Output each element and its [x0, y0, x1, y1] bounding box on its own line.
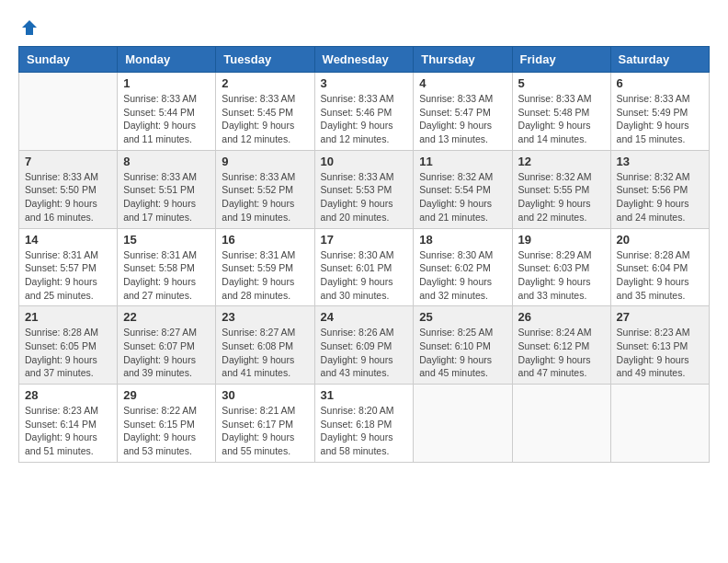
calendar-cell: 12Sunrise: 8:32 AM Sunset: 5:55 PM Dayli…: [512, 150, 610, 228]
day-info: Sunrise: 8:33 AM Sunset: 5:51 PM Dayligh…: [123, 170, 210, 224]
calendar-cell: 23Sunrise: 8:27 AM Sunset: 6:08 PM Dayli…: [216, 306, 314, 385]
weekday-monday: Monday: [118, 47, 216, 73]
calendar-cell: 11Sunrise: 8:32 AM Sunset: 5:54 PM Dayli…: [414, 150, 512, 228]
calendar-cell: 25Sunrise: 8:25 AM Sunset: 6:10 PM Dayli…: [414, 306, 512, 385]
day-number: 16: [222, 233, 308, 247]
day-number: 5: [518, 76, 605, 90]
day-number: 6: [617, 76, 703, 90]
calendar-cell: 9Sunrise: 8:33 AM Sunset: 5:52 PM Daylig…: [216, 150, 314, 228]
calendar-cell: 6Sunrise: 8:33 AM Sunset: 5:49 PM Daylig…: [610, 73, 709, 151]
day-number: 31: [321, 388, 408, 402]
day-info: Sunrise: 8:25 AM Sunset: 6:10 PM Dayligh…: [419, 326, 506, 380]
day-number: 9: [222, 155, 308, 168]
calendar-cell: 4Sunrise: 8:33 AM Sunset: 5:47 PM Daylig…: [414, 73, 512, 151]
day-number: 1: [123, 76, 210, 90]
day-number: 26: [518, 310, 605, 324]
day-number: 8: [123, 155, 210, 168]
day-info: Sunrise: 8:28 AM Sunset: 6:04 PM Dayligh…: [617, 248, 703, 303]
day-number: 27: [617, 310, 703, 324]
calendar-cell: 10Sunrise: 8:33 AM Sunset: 5:53 PM Dayli…: [314, 150, 414, 228]
calendar-cell: 20Sunrise: 8:28 AM Sunset: 6:04 PM Dayli…: [610, 228, 709, 306]
day-info: Sunrise: 8:24 AM Sunset: 6:12 PM Dayligh…: [518, 326, 605, 380]
calendar-cell: 21Sunrise: 8:28 AM Sunset: 6:05 PM Dayli…: [19, 306, 118, 385]
day-number: 12: [518, 155, 605, 168]
day-number: 4: [419, 76, 506, 90]
day-number: 21: [25, 310, 111, 324]
day-info: Sunrise: 8:23 AM Sunset: 6:14 PM Dayligh…: [25, 404, 111, 458]
day-number: 29: [123, 388, 210, 402]
day-info: Sunrise: 8:33 AM Sunset: 5:47 PM Dayligh…: [419, 92, 506, 146]
header: [18, 18, 710, 37]
day-number: 18: [419, 233, 506, 247]
day-info: Sunrise: 8:26 AM Sunset: 6:09 PM Dayligh…: [321, 326, 408, 380]
calendar-cell: 14Sunrise: 8:31 AM Sunset: 5:57 PM Dayli…: [19, 228, 118, 306]
calendar-cell: 8Sunrise: 8:33 AM Sunset: 5:51 PM Daylig…: [118, 150, 216, 228]
calendar-cell: 15Sunrise: 8:31 AM Sunset: 5:58 PM Dayli…: [118, 228, 216, 306]
day-number: 14: [25, 233, 111, 247]
day-info: Sunrise: 8:30 AM Sunset: 6:01 PM Dayligh…: [321, 248, 408, 303]
logo: [18, 18, 39, 37]
day-info: Sunrise: 8:22 AM Sunset: 6:15 PM Dayligh…: [123, 404, 210, 458]
day-number: 22: [123, 310, 210, 324]
day-info: Sunrise: 8:23 AM Sunset: 6:13 PM Dayligh…: [617, 326, 703, 380]
calendar-cell: 5Sunrise: 8:33 AM Sunset: 5:48 PM Daylig…: [512, 73, 610, 151]
day-number: 23: [222, 310, 308, 324]
calendar-week-row: 28Sunrise: 8:23 AM Sunset: 6:14 PM Dayli…: [19, 385, 710, 463]
calendar-week-row: 1Sunrise: 8:33 AM Sunset: 5:44 PM Daylig…: [19, 73, 710, 151]
day-number: 24: [321, 310, 408, 324]
calendar-body: 1Sunrise: 8:33 AM Sunset: 5:44 PM Daylig…: [19, 73, 710, 463]
day-info: Sunrise: 8:31 AM Sunset: 5:57 PM Dayligh…: [25, 248, 111, 303]
calendar-week-row: 21Sunrise: 8:28 AM Sunset: 6:05 PM Dayli…: [19, 306, 710, 385]
day-info: Sunrise: 8:33 AM Sunset: 5:53 PM Dayligh…: [321, 170, 408, 224]
calendar-cell: 19Sunrise: 8:29 AM Sunset: 6:03 PM Dayli…: [512, 228, 610, 306]
weekday-wednesday: Wednesday: [314, 47, 414, 73]
day-number: 30: [222, 388, 308, 402]
day-number: 28: [25, 388, 111, 402]
day-info: Sunrise: 8:29 AM Sunset: 6:03 PM Dayligh…: [518, 248, 605, 303]
day-info: Sunrise: 8:32 AM Sunset: 5:55 PM Dayligh…: [518, 170, 605, 224]
calendar-cell: 16Sunrise: 8:31 AM Sunset: 5:59 PM Dayli…: [216, 228, 314, 306]
day-number: 7: [25, 155, 111, 168]
calendar-week-row: 7Sunrise: 8:33 AM Sunset: 5:50 PM Daylig…: [19, 150, 710, 228]
day-info: Sunrise: 8:33 AM Sunset: 5:46 PM Dayligh…: [321, 92, 408, 146]
calendar-cell: 28Sunrise: 8:23 AM Sunset: 6:14 PM Dayli…: [19, 385, 118, 463]
day-number: 17: [321, 233, 408, 247]
weekday-saturday: Saturday: [610, 47, 709, 73]
weekday-tuesday: Tuesday: [216, 47, 314, 73]
day-info: Sunrise: 8:33 AM Sunset: 5:48 PM Dayligh…: [518, 92, 605, 146]
day-info: Sunrise: 8:33 AM Sunset: 5:49 PM Dayligh…: [617, 92, 703, 146]
calendar-cell: [610, 385, 709, 463]
calendar-cell: 13Sunrise: 8:32 AM Sunset: 5:56 PM Dayli…: [610, 150, 709, 228]
day-info: Sunrise: 8:33 AM Sunset: 5:52 PM Dayligh…: [222, 170, 308, 224]
day-info: Sunrise: 8:20 AM Sunset: 6:18 PM Dayligh…: [321, 404, 408, 458]
day-number: 2: [222, 76, 308, 90]
calendar-cell: 22Sunrise: 8:27 AM Sunset: 6:07 PM Dayli…: [118, 306, 216, 385]
logo-icon: [20, 18, 39, 37]
calendar-cell: 17Sunrise: 8:30 AM Sunset: 6:01 PM Dayli…: [314, 228, 414, 306]
day-info: Sunrise: 8:33 AM Sunset: 5:44 PM Dayligh…: [123, 92, 210, 146]
calendar-cell: 18Sunrise: 8:30 AM Sunset: 6:02 PM Dayli…: [414, 228, 512, 306]
day-info: Sunrise: 8:32 AM Sunset: 5:54 PM Dayligh…: [419, 170, 506, 224]
day-number: 11: [419, 155, 506, 168]
weekday-thursday: Thursday: [414, 47, 512, 73]
day-info: Sunrise: 8:21 AM Sunset: 6:17 PM Dayligh…: [222, 404, 308, 458]
calendar-cell: 3Sunrise: 8:33 AM Sunset: 5:46 PM Daylig…: [314, 73, 414, 151]
day-info: Sunrise: 8:33 AM Sunset: 5:50 PM Dayligh…: [25, 170, 111, 224]
weekday-header-row: SundayMondayTuesdayWednesdayThursdayFrid…: [19, 47, 710, 73]
day-info: Sunrise: 8:33 AM Sunset: 5:45 PM Dayligh…: [222, 92, 308, 146]
day-info: Sunrise: 8:27 AM Sunset: 6:08 PM Dayligh…: [222, 326, 308, 380]
day-info: Sunrise: 8:31 AM Sunset: 5:58 PM Dayligh…: [123, 248, 210, 303]
calendar-cell: 1Sunrise: 8:33 AM Sunset: 5:44 PM Daylig…: [118, 73, 216, 151]
calendar-cell: 26Sunrise: 8:24 AM Sunset: 6:12 PM Dayli…: [512, 306, 610, 385]
weekday-friday: Friday: [512, 47, 610, 73]
calendar-cell: 27Sunrise: 8:23 AM Sunset: 6:13 PM Dayli…: [610, 306, 709, 385]
day-number: 3: [321, 76, 408, 90]
calendar-week-row: 14Sunrise: 8:31 AM Sunset: 5:57 PM Dayli…: [19, 228, 710, 306]
day-number: 10: [321, 155, 408, 168]
day-number: 19: [518, 233, 605, 247]
day-number: 15: [123, 233, 210, 247]
calendar-cell: 31Sunrise: 8:20 AM Sunset: 6:18 PM Dayli…: [314, 385, 414, 463]
day-info: Sunrise: 8:32 AM Sunset: 5:56 PM Dayligh…: [617, 170, 703, 224]
calendar-cell: 29Sunrise: 8:22 AM Sunset: 6:15 PM Dayli…: [118, 385, 216, 463]
calendar-cell: [414, 385, 512, 463]
